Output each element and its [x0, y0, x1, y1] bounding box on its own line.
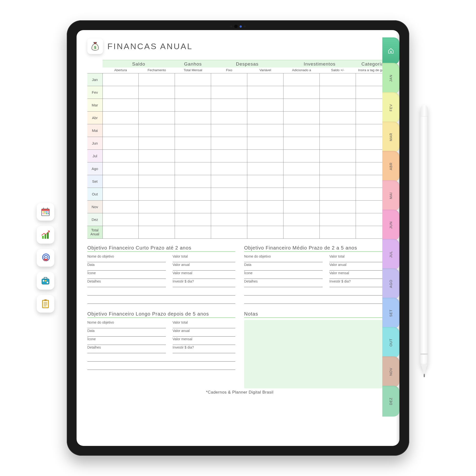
finance-cell[interactable] — [284, 86, 320, 99]
finance-cell[interactable] — [102, 86, 139, 99]
finance-cell[interactable] — [139, 99, 175, 112]
finance-cell[interactable] — [139, 112, 175, 124]
finance-cell[interactable] — [320, 124, 356, 137]
finance-cell[interactable] — [139, 213, 175, 226]
finance-cell[interactable] — [175, 137, 211, 150]
goal-field-data[interactable]: Data — [244, 262, 323, 271]
finance-cell[interactable] — [139, 201, 175, 213]
tab-dez[interactable]: DEZ — [382, 386, 399, 417]
goal-blank-line[interactable] — [87, 287, 235, 295]
finance-cell[interactable] — [211, 73, 247, 86]
finance-cell[interactable] — [320, 137, 356, 150]
tab-jan[interactable]: JAN — [382, 63, 399, 94]
finance-cell[interactable] — [211, 162, 247, 175]
finance-total-cell[interactable] — [175, 226, 211, 239]
finance-cell[interactable] — [175, 175, 211, 188]
finance-cell[interactable] — [320, 175, 356, 188]
finance-cell[interactable] — [320, 112, 356, 124]
goal-field-icone[interactable]: Ícone — [87, 271, 166, 279]
month-label-jul[interactable]: Jul — [87, 150, 102, 162]
finance-total-cell[interactable] — [102, 226, 139, 239]
finance-cell[interactable] — [139, 73, 175, 86]
finance-cell[interactable] — [247, 112, 284, 124]
finance-cell[interactable] — [211, 86, 247, 99]
goal-field-investir[interactable]: Investir $ dia? — [173, 345, 235, 353]
finance-cell[interactable] — [211, 175, 247, 188]
tab-abr[interactable]: ABR — [382, 151, 399, 182]
finance-cell[interactable] — [175, 162, 211, 175]
finance-cell[interactable] — [247, 213, 284, 226]
goal-field-investir[interactable]: Investir $ dia? — [173, 279, 235, 287]
goal-blank-line[interactable] — [87, 295, 235, 304]
goal-field-detalhes[interactable]: Detalhes — [244, 279, 323, 287]
finance-cell[interactable] — [247, 73, 284, 86]
finance-cell[interactable] — [102, 188, 139, 201]
finance-total-cell[interactable] — [284, 226, 320, 239]
tab-ago[interactable]: AGO — [382, 268, 399, 299]
month-label-set[interactable]: Set — [87, 175, 102, 188]
tab-jun[interactable]: JUN — [382, 210, 399, 240]
goal-field-nome[interactable]: Nome do objetivo — [244, 254, 323, 262]
goal-field-valor-mensal[interactable]: Valor mensal — [173, 271, 235, 279]
finance-cell[interactable] — [139, 86, 175, 99]
finance-cell[interactable] — [175, 213, 211, 226]
goal-field-valor-anual[interactable]: Valor anual — [173, 328, 235, 337]
goal-field-nome[interactable]: Nome do objetivo — [87, 254, 166, 262]
finance-cell[interactable] — [284, 73, 320, 86]
goal-field-valor-total[interactable]: Valor total — [173, 254, 235, 262]
finance-cell[interactable] — [284, 99, 320, 112]
goal-blank-line[interactable] — [244, 295, 392, 304]
finance-cell[interactable] — [247, 175, 284, 188]
finance-cell[interactable] — [247, 188, 284, 201]
finance-cell[interactable] — [175, 73, 211, 86]
finance-cell[interactable] — [175, 112, 211, 124]
finance-cell[interactable] — [102, 73, 139, 86]
month-label-mar[interactable]: Mar — [87, 99, 102, 112]
finance-cell[interactable] — [320, 188, 356, 201]
finance-cell[interactable] — [211, 112, 247, 124]
goal-field-valor-total[interactable]: Valor total — [173, 320, 235, 328]
finance-cell[interactable] — [247, 124, 284, 137]
month-label-dez[interactable]: Dez — [87, 213, 102, 226]
finance-cell[interactable] — [211, 188, 247, 201]
goal-field-valor-anual[interactable]: Valor anual — [173, 262, 235, 271]
finance-cell[interactable] — [284, 112, 320, 124]
tab-out[interactable]: OUT — [382, 327, 399, 358]
finance-cell[interactable] — [102, 112, 139, 124]
month-label-mai[interactable]: Mai — [87, 124, 102, 137]
tab-home[interactable] — [382, 37, 399, 64]
finance-cell[interactable] — [175, 86, 211, 99]
finance-cell[interactable] — [139, 124, 175, 137]
finance-cell[interactable] — [211, 201, 247, 213]
finance-cell[interactable] — [247, 99, 284, 112]
finance-cell[interactable] — [102, 201, 139, 213]
finance-cell[interactable] — [247, 201, 284, 213]
finance-cell[interactable] — [320, 73, 356, 86]
month-label-out[interactable]: Out — [87, 188, 102, 201]
finance-cell[interactable] — [102, 162, 139, 175]
month-label-fev[interactable]: Fev — [87, 86, 102, 99]
finance-total-cell[interactable] — [320, 226, 356, 239]
goal-field-icone[interactable]: Ícone — [87, 337, 166, 345]
finance-cell[interactable] — [211, 150, 247, 162]
finance-cell[interactable] — [102, 137, 139, 150]
finance-cell[interactable] — [284, 175, 320, 188]
toolbar-checklist-button[interactable] — [37, 295, 54, 313]
finance-cell[interactable] — [102, 124, 139, 137]
finance-cell[interactable] — [320, 99, 356, 112]
finance-cell[interactable] — [284, 124, 320, 137]
finance-cell[interactable] — [102, 175, 139, 188]
goal-field-data[interactable]: Data — [87, 328, 166, 337]
tab-mai[interactable]: MAI — [382, 180, 399, 211]
finance-total-cell[interactable] — [247, 226, 284, 239]
finance-cell[interactable] — [247, 86, 284, 99]
finance-total-cell[interactable] — [211, 226, 247, 239]
finance-cell[interactable] — [175, 150, 211, 162]
finance-cell[interactable] — [320, 162, 356, 175]
finance-cell[interactable] — [320, 86, 356, 99]
finance-cell[interactable] — [284, 162, 320, 175]
goal-field-valor-mensal[interactable]: Valor mensal — [173, 337, 235, 345]
finance-cell[interactable] — [320, 213, 356, 226]
finance-cell[interactable] — [139, 162, 175, 175]
finance-cell[interactable] — [175, 188, 211, 201]
